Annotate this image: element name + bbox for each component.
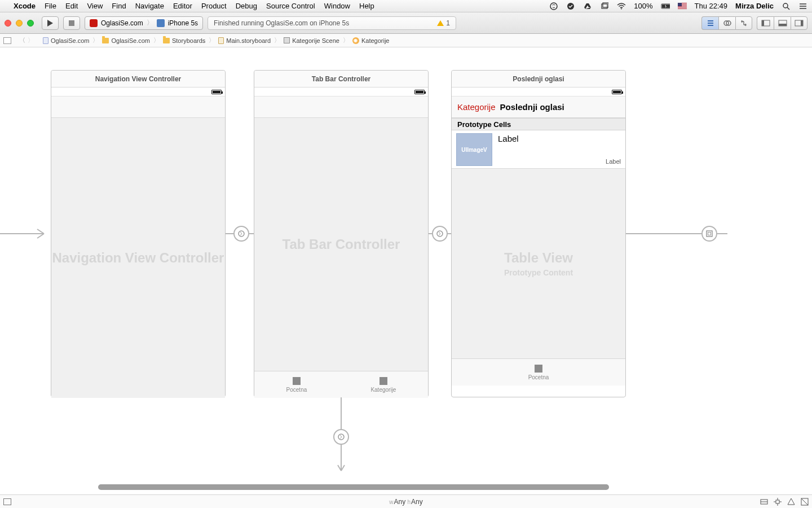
warning-icon	[437, 20, 444, 26]
segue-icon[interactable]	[233, 226, 249, 242]
viewcontroller-icon: ◉	[352, 37, 359, 44]
pin-button[interactable]	[774, 498, 782, 506]
resolve-issues-button[interactable]	[787, 498, 795, 506]
standard-editor-button[interactable]	[701, 16, 718, 30]
navigation-bar[interactable]	[254, 97, 428, 118]
navigation-bar[interactable]	[51, 97, 225, 118]
toggle-utilities-button[interactable]	[791, 16, 807, 30]
tab-item-pocetna[interactable]: Pocetna	[528, 365, 549, 380]
tab-item-icon	[379, 377, 387, 385]
menu-debug[interactable]: Debug	[236, 2, 257, 10]
uiimageview[interactable]: UIImageV	[456, 133, 492, 166]
menubar-clock[interactable]: Thu 22:49	[695, 2, 728, 10]
resizing-button[interactable]	[801, 498, 809, 506]
nav-title: Poslednji oglasi	[500, 102, 564, 112]
menu-product[interactable]: Product	[201, 2, 227, 10]
jump-item-label: Kategorije	[361, 37, 390, 44]
menu-window[interactable]: Window	[324, 2, 350, 10]
prototype-cell[interactable]: UIImageV Label Label	[452, 130, 625, 169]
placeholder-text: Table View	[504, 250, 573, 266]
jump-item[interactable]: ◉Kategorije	[351, 37, 391, 44]
google-drive-icon[interactable]	[583, 2, 592, 11]
menu-find[interactable]: Find	[112, 2, 126, 10]
scene-title: Navigation View Controller	[51, 71, 225, 87]
assistant-editor-button[interactable]	[718, 16, 735, 30]
xcode-toolbar: OglasiSe.com 〉 iPhone 5s Finished runnin…	[0, 12, 812, 34]
size-width-label: Any	[394, 498, 405, 506]
panel-visibility-group	[757, 16, 807, 30]
notification-center-icon[interactable]	[798, 2, 807, 11]
folder-icon	[102, 38, 109, 43]
nav-back-button[interactable]: Kategorije	[457, 102, 496, 112]
svg-rect-13	[678, 8, 687, 8]
svg-rect-12	[678, 7, 687, 7]
cell-detail-label[interactable]: Label	[606, 158, 621, 165]
tab-bar[interactable]: Pocetna Kategorije	[254, 371, 428, 398]
nav-back-button[interactable]: 〈	[19, 36, 25, 45]
horizontal-scrollbar[interactable]	[98, 484, 609, 490]
menu-help[interactable]: Help	[359, 2, 374, 10]
nav-forward-button[interactable]: 〉	[28, 36, 34, 45]
menu-edit[interactable]: Edit	[65, 2, 78, 10]
wifi-icon[interactable]	[617, 2, 626, 11]
jump-scene[interactable]: Kategorije Scene	[283, 37, 341, 44]
scheme-app-name: OglasiSe.com	[101, 19, 143, 27]
jump-project-label: OglasiSe.com	[51, 37, 89, 44]
storyboard-canvas[interactable]: Navigation View Controller Navigation Vi…	[0, 47, 812, 494]
cell-title-label[interactable]: Label	[498, 134, 519, 143]
menu-navigate[interactable]: Navigate	[135, 2, 164, 10]
dropbox-icon[interactable]	[600, 2, 609, 11]
viber-icon[interactable]	[549, 2, 558, 11]
window-zoom-button[interactable]	[27, 20, 34, 27]
related-items-icon[interactable]	[3, 37, 11, 44]
menu-view[interactable]: View	[87, 2, 103, 10]
menu-source-control[interactable]: Source Control	[266, 2, 315, 10]
scene-tab-bar-controller[interactable]: Tab Bar Controller Tab Bar Controller Po…	[254, 70, 429, 397]
scene-title: Tab Bar Controller	[254, 71, 428, 87]
tab-item-pocetna[interactable]: Pocetna	[286, 377, 307, 393]
menu-file[interactable]: File	[45, 2, 56, 10]
menu-editor[interactable]: Editor	[173, 2, 192, 10]
jump-group[interactable]: OglasiSe.com	[101, 37, 151, 44]
flag-icon[interactable]	[678, 2, 687, 11]
jump-project[interactable]: OglasiSe.com	[42, 37, 90, 44]
jump-folder[interactable]: Storyboards	[162, 37, 206, 44]
size-class-control[interactable]: wAny hAny	[389, 498, 423, 506]
toggle-navigator-button[interactable]	[757, 16, 774, 30]
window-close-button[interactable]	[5, 20, 11, 27]
segue-icon[interactable]	[432, 226, 448, 242]
align-button[interactable]	[760, 498, 768, 506]
stop-button[interactable]	[63, 16, 80, 30]
size-height-label: Any	[411, 498, 423, 506]
scheme-selector[interactable]: OglasiSe.com 〉 iPhone 5s	[85, 16, 203, 30]
jump-file[interactable]: Main.storyboard	[217, 37, 272, 44]
battery-icon	[414, 90, 425, 94]
jump-group-label: OglasiSe.com	[111, 37, 149, 44]
size-class-bar: wAny hAny	[0, 494, 812, 508]
tab-item-label: Pocetna	[286, 387, 307, 393]
status-icon[interactable]	[566, 2, 575, 11]
toggle-outline-button[interactable]	[3, 498, 11, 505]
tab-bar[interactable]: Pocetna	[452, 358, 625, 386]
activity-viewer[interactable]: Finished running OglasiSe.com on iPhone …	[208, 16, 456, 30]
warning-count: 1	[446, 19, 450, 27]
placeholder-subtext: Prototype Content	[504, 268, 573, 277]
navigation-bar[interactable]: Kategorije Poslednji oglasi	[452, 97, 625, 118]
tab-item-kategorije[interactable]: Kategorije	[370, 377, 396, 393]
version-editor-button[interactable]	[735, 16, 752, 30]
toggle-debug-area-button[interactable]	[774, 16, 791, 30]
svg-rect-31	[801, 20, 803, 26]
segue-embed-icon[interactable]	[701, 226, 717, 242]
spotlight-icon[interactable]	[782, 2, 791, 11]
svg-rect-20	[69, 20, 74, 26]
placeholder-text: Navigation View Controller	[52, 250, 224, 266]
scene-poslednji-oglasi[interactable]: Poslednji oglasi Kategorije Poslednji og…	[451, 70, 626, 397]
window-minimize-button[interactable]	[16, 20, 23, 27]
menubar-user[interactable]: Mirza Delic	[735, 2, 774, 10]
run-button[interactable]	[42, 16, 59, 30]
segue-icon[interactable]	[333, 429, 349, 445]
scene-navigation-controller[interactable]: Navigation View Controller Navigation Vi…	[51, 70, 226, 397]
app-menu[interactable]: Xcode	[14, 2, 36, 10]
svg-rect-14	[678, 3, 682, 6]
jump-scene-label: Kategorije Scene	[292, 37, 339, 44]
